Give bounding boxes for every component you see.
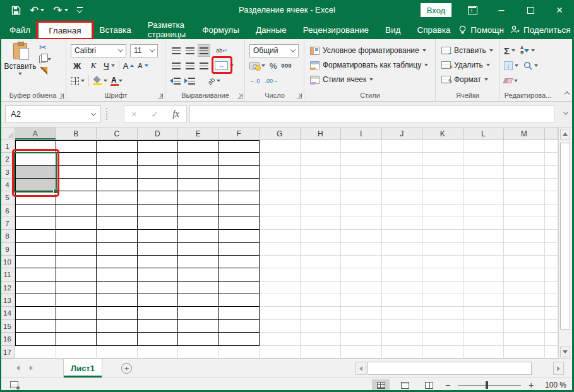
dialog-launcher-number-icon[interactable]: [297, 93, 302, 98]
font-color-dropdown-icon[interactable]: [119, 80, 123, 82]
row-header-10[interactable]: 10: [0, 256, 15, 268]
row-header-13[interactable]: 13: [0, 294, 15, 307]
cell-partial-row-9[interactable]: [545, 243, 559, 256]
cell-G2[interactable]: [260, 153, 301, 165]
cell-H11[interactable]: [301, 268, 342, 281]
align-center-button[interactable]: [184, 59, 196, 72]
cell-L15[interactable]: [463, 320, 505, 333]
cell-H10[interactable]: [301, 256, 342, 268]
macro-record-icon[interactable]: [10, 381, 18, 388]
cell-M5[interactable]: [504, 191, 545, 204]
column-header-L[interactable]: L: [463, 128, 505, 140]
tab-formulas[interactable]: Формулы: [194, 20, 248, 39]
cell-partial-row-3[interactable]: [545, 166, 559, 179]
expand-formula-bar-icon[interactable]: [563, 109, 568, 114]
new-sheet-button[interactable]: +: [121, 363, 132, 374]
cell-A7[interactable]: [15, 217, 56, 230]
cell-A4[interactable]: [15, 179, 56, 191]
cell-A10[interactable]: [15, 256, 56, 268]
cell-B13[interactable]: [56, 294, 97, 307]
maximize-button[interactable]: [516, 0, 545, 20]
cell-K12[interactable]: [422, 282, 463, 294]
cell-F10[interactable]: [219, 256, 260, 268]
cell-E4[interactable]: [178, 179, 219, 191]
cell-H12[interactable]: [301, 282, 342, 294]
cancel-button[interactable]: ×: [131, 109, 136, 119]
cell-I7[interactable]: [341, 217, 382, 230]
fill-button[interactable]: ↓: [504, 61, 518, 70]
orientation-dropdown-icon[interactable]: [217, 80, 220, 82]
cell-L14[interactable]: [463, 307, 505, 319]
cell-D4[interactable]: [138, 179, 179, 191]
tab-help[interactable]: Справка: [409, 20, 458, 39]
formula-input[interactable]: [189, 105, 554, 122]
cell-D8[interactable]: [138, 230, 179, 242]
currency-format-button[interactable]: [249, 62, 265, 69]
cell-F2[interactable]: [219, 153, 260, 165]
paste-dropdown-icon[interactable]: [18, 73, 22, 75]
cell-C8[interactable]: [97, 230, 138, 242]
cell-G1[interactable]: [260, 140, 301, 153]
cell-M14[interactable]: [504, 307, 545, 319]
cell-partial-row-8[interactable]: [545, 230, 559, 242]
italic-button[interactable]: К: [87, 59, 100, 72]
align-left-button[interactable]: [170, 59, 182, 72]
cell-H7[interactable]: [301, 217, 342, 230]
cell-L5[interactable]: [463, 191, 505, 204]
cell-J5[interactable]: [382, 191, 423, 204]
cell-C1[interactable]: [97, 140, 138, 153]
cell-D11[interactable]: [138, 268, 179, 281]
cell-C6[interactable]: [97, 205, 138, 217]
wrap-text-button[interactable]: ab↵: [215, 44, 228, 57]
cell-M2[interactable]: [504, 153, 545, 165]
shrink-font-button[interactable]: A: [138, 62, 148, 69]
cell-F14[interactable]: [219, 307, 260, 319]
borders-dropdown-icon[interactable]: [81, 80, 85, 82]
row-header-5[interactable]: 5: [0, 191, 15, 204]
dialog-launcher-font-icon[interactable]: [158, 93, 163, 98]
redo-button[interactable]: ↷: [53, 5, 68, 16]
cell-partial-row-17[interactable]: [545, 346, 559, 359]
increase-decimal-button[interactable]: ←.0: [249, 78, 260, 84]
cell-K17[interactable]: [422, 346, 463, 359]
cell-L1[interactable]: [463, 140, 505, 153]
cell-I17[interactable]: [341, 346, 382, 359]
cell-A9[interactable]: [15, 243, 56, 256]
row-header-2[interactable]: 2: [0, 153, 15, 165]
cell-I13[interactable]: [341, 294, 382, 307]
cell-L10[interactable]: [463, 256, 505, 268]
cell-L12[interactable]: [463, 282, 505, 294]
cell-F4[interactable]: [219, 179, 260, 191]
percent-style-button[interactable]: %: [270, 61, 277, 71]
cell-A13[interactable]: [15, 294, 56, 307]
cell-K10[interactable]: [422, 256, 463, 268]
cell-M9[interactable]: [504, 243, 545, 256]
cell-J6[interactable]: [382, 205, 423, 217]
column-header-B[interactable]: B: [56, 128, 97, 140]
conditional-formatting-button[interactable]: Условное форматирование: [310, 44, 426, 57]
cell-F12[interactable]: [219, 282, 260, 294]
cell-M3[interactable]: [504, 166, 545, 179]
cell-I4[interactable]: [341, 179, 382, 191]
cell-E5[interactable]: [178, 191, 219, 204]
cell-B2[interactable]: [56, 153, 97, 165]
cell-I10[interactable]: [341, 256, 382, 268]
cell-B12[interactable]: [56, 282, 97, 294]
assistant-button[interactable]: Помощн: [458, 25, 504, 35]
sort-filter-button[interactable]: АЯ: [520, 45, 535, 55]
row-header-7[interactable]: 7: [0, 217, 15, 230]
cell-M11[interactable]: [504, 268, 545, 281]
row-header-15[interactable]: 15: [0, 320, 15, 333]
cell-J17[interactable]: [382, 346, 423, 359]
cell-H14[interactable]: [301, 307, 342, 319]
cell-D1[interactable]: [138, 140, 179, 153]
cell-L17[interactable]: [463, 346, 505, 359]
cell-partial-row-13[interactable]: [545, 294, 559, 307]
cell-K11[interactable]: [422, 268, 463, 281]
bold-button[interactable]: Ж: [71, 59, 83, 72]
cell-B14[interactable]: [56, 307, 97, 319]
enter-button[interactable]: ✓: [151, 109, 158, 119]
format-cells-button[interactable]: ✎ Формат: [441, 73, 488, 86]
tab-page-layout[interactable]: Разметка страницы: [140, 20, 194, 39]
cell-I6[interactable]: [341, 205, 382, 217]
